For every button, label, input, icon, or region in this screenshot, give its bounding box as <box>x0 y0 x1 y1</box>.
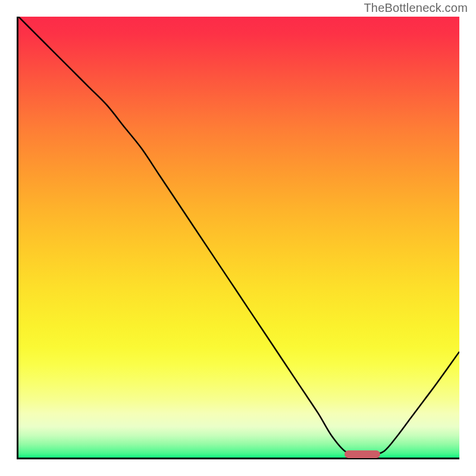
watermark-text: TheBottleneck.com <box>364 1 468 15</box>
optimum-marker <box>345 450 380 458</box>
chart-plot-area <box>17 17 459 459</box>
bottleneck-curve <box>18 17 459 458</box>
bottleneck-curve-path <box>18 17 459 456</box>
